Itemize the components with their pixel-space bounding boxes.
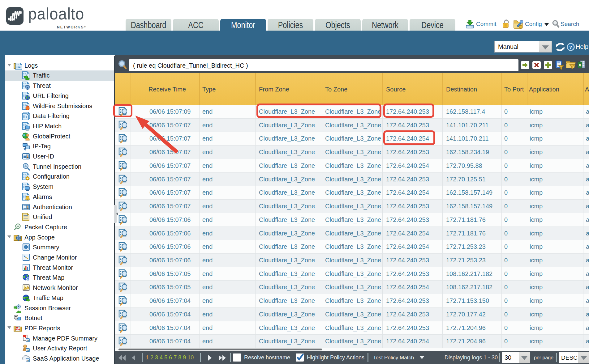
svg-text:x: x — [27, 86, 28, 89]
svg-text:?: ? — [570, 45, 572, 50]
svg-text:PDF: PDF — [15, 328, 20, 331]
svg-text:X: X — [578, 63, 581, 67]
svg-text:x: x — [27, 278, 28, 281]
